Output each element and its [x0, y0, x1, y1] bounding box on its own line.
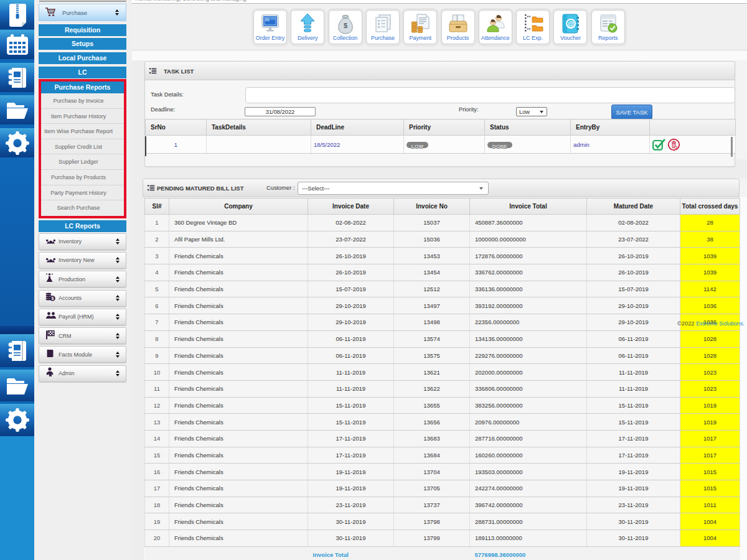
svg-text:@: @	[568, 20, 575, 27]
svg-text:$: $	[344, 22, 347, 29]
svg-text:$: $	[52, 296, 54, 301]
